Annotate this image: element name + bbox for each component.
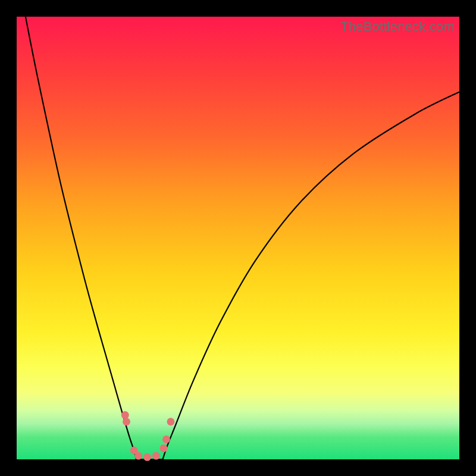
marker-dot (152, 452, 160, 460)
watermark-text: TheBottleneck.com (340, 19, 455, 35)
chart-frame: TheBottleneck.com (17, 17, 459, 459)
marker-dot (121, 411, 129, 419)
marker-dot (134, 452, 142, 460)
curve-right (163, 92, 459, 459)
marker-dot (167, 418, 174, 425)
chart-svg (17, 17, 459, 459)
marker-dot (123, 418, 130, 425)
curve-left (26, 17, 136, 459)
marker-dot (143, 453, 151, 461)
marker-dot (162, 436, 170, 443)
marker-dot (160, 444, 168, 452)
